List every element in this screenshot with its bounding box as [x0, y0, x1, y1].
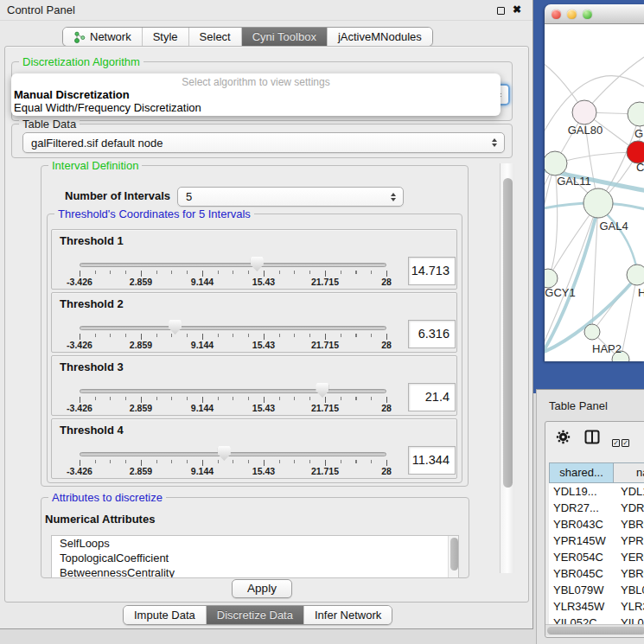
threshold-1-panel: Threshold 1 -3.426 2.859 9.144 15.43 21.…: [51, 229, 457, 290]
threshold-2-slider-thumb[interactable]: [169, 320, 182, 335]
node-hap2[interactable]: [584, 324, 600, 340]
popup-option-equal-width-frequency[interactable]: Equal Width/Frequency Discretization: [14, 101, 201, 114]
attributes-group: Attributes to discretize Numerical Attri…: [41, 497, 469, 578]
node-gal11[interactable]: [545, 151, 567, 175]
table-row[interactable]: YER054CYER0: [549, 549, 644, 565]
node-label: C: [636, 161, 644, 174]
interval-definition-group-title: Interval Definition: [48, 159, 142, 172]
node-h[interactable]: [627, 265, 644, 285]
network-window-titlebar[interactable]: [545, 4, 644, 24]
attributes-list-scrollbar[interactable]: [448, 536, 458, 577]
list-item-topologicalcoefficient[interactable]: TopologicalCoefficient: [52, 551, 458, 565]
tick-label: 21.715: [311, 277, 339, 287]
node-table: YDL19...YDL1 YDR27...YDR2 YBR043CYBR0 YP…: [549, 483, 644, 624]
tick-label: 9.144: [191, 403, 214, 413]
tick-label: -3.426: [67, 466, 92, 476]
tick-label: 21.715: [311, 403, 339, 413]
tab-network[interactable]: Network: [63, 28, 143, 46]
table-row[interactable]: YDR27...YDR2: [549, 500, 644, 516]
node-gcy1[interactable]: [545, 269, 558, 288]
tick-label: 2.859: [130, 466, 152, 476]
attributes-list-scrollbar-thumb[interactable]: [450, 538, 458, 571]
threshold-4-panel: Threshold 4 -3.426 2.859 9.144 15.43 21.…: [51, 418, 457, 479]
close-icon[interactable]: ✖: [513, 3, 521, 16]
table-row[interactable]: YIL052CYIL0: [549, 615, 644, 624]
threshold-4-slider-ticks: [80, 460, 387, 466]
column-header-shared-name[interactable]: shared...: [549, 462, 614, 483]
panel-vertical-scrollbar[interactable]: [500, 163, 514, 573]
list-item-betweennesscentrality[interactable]: BetweennessCentrality: [52, 565, 458, 578]
control-panel-window: Control Panel ✖ Network Style Select Cyn…: [0, 0, 533, 629]
threshold-3-value-field[interactable]: 21.4: [408, 383, 456, 411]
threshold-4-slider-track[interactable]: [80, 452, 386, 456]
table-panel-area: Table Panel ✓✓ shared... nam: [536, 389, 644, 644]
settings-gear-button[interactable]: [556, 430, 571, 448]
tab-infer-network[interactable]: Infer Network: [304, 606, 392, 624]
tick-label: 2.859: [130, 340, 152, 350]
table-horizontal-scrollbar[interactable]: [545, 624, 644, 635]
control-panel-tabs: Network Style Select Cyni Toolbox jActiv…: [62, 27, 433, 47]
table-row[interactable]: YLR345WYLR3: [549, 598, 644, 615]
node-label: GAL80: [568, 124, 603, 137]
threshold-2-value-field[interactable]: 6.316: [408, 320, 456, 348]
apply-button[interactable]: Apply: [232, 579, 292, 598]
network-icon: [73, 31, 86, 43]
threshold-2-slider-track[interactable]: [80, 326, 386, 330]
table-data-combobox[interactable]: galFiltered.sif default node: [22, 132, 505, 153]
node-g[interactable]: [628, 102, 644, 126]
number-of-intervals-combobox[interactable]: 5: [177, 187, 404, 207]
table-row[interactable]: YBL079WYBL0: [549, 582, 644, 598]
tick-label: 21.715: [311, 340, 339, 350]
minimize-traffic-light-icon[interactable]: [567, 10, 577, 19]
table-row[interactable]: YDL19...YDL1: [549, 483, 644, 500]
network-canvas[interactable]: GAL80 G C GAL11 GAL4 GCY1 H HAP2: [545, 24, 644, 361]
tab-discretize-data[interactable]: Discretize Data: [207, 606, 304, 624]
float-window-icon[interactable]: [497, 7, 505, 15]
node-gal80[interactable]: [572, 100, 596, 124]
tick-label: 15.43: [252, 340, 275, 350]
show-columns-button[interactable]: ✓✓: [612, 433, 631, 449]
node-label: HAP2: [592, 342, 622, 355]
tab-style[interactable]: Style: [143, 28, 189, 46]
close-traffic-light-icon[interactable]: [552, 10, 561, 19]
tab-jactivemnodules[interactable]: jActiveMNodules: [328, 28, 432, 46]
zoom-traffic-light-icon[interactable]: [583, 10, 592, 19]
threshold-1-slider-thumb[interactable]: [251, 257, 264, 271]
tick-label: 9.144: [191, 277, 214, 287]
table-row[interactable]: YBR045CYBR0: [549, 565, 644, 582]
tab-impute-data[interactable]: Impute Data: [124, 606, 207, 624]
columns-icon: [584, 430, 600, 444]
threshold-3-slider-thumb[interactable]: [316, 383, 328, 398]
combo-arrows-icon: [492, 138, 497, 147]
node-gal4[interactable]: [583, 188, 613, 218]
table-row[interactable]: YPR145WYPR1: [549, 532, 644, 549]
screen: Control Panel ✖ Network Style Select Cyn…: [0, 0, 644, 644]
tab-cyni-toolbox[interactable]: Cyni Toolbox: [242, 28, 328, 46]
popup-option-manual-discretization[interactable]: Manual Discretization: [14, 88, 130, 101]
tick-label: 28: [381, 403, 392, 413]
threshold-1-value-field[interactable]: 14.713: [408, 257, 456, 285]
table-horizontal-scrollbar-thumb[interactable]: [547, 627, 644, 634]
threshold-4-value-field[interactable]: 11.344: [408, 446, 456, 475]
table-panel-box: ✓✓ shared... name YDL19...YDL1 YDR27...Y…: [545, 421, 644, 638]
panel-vertical-scrollbar-thumb[interactable]: [503, 178, 513, 488]
threshold-4-slider-thumb[interactable]: [218, 446, 231, 461]
list-item-selfloops[interactable]: SelfLoops: [52, 536, 458, 551]
checkbox-icon: ✓: [612, 439, 620, 447]
column-browser-button[interactable]: [584, 430, 600, 448]
number-of-intervals-label: Number of Intervals: [65, 189, 170, 202]
node-label: H: [638, 286, 644, 299]
algorithm-popup-hint: Select algorithm to view settings: [11, 76, 501, 88]
tick-label: 15.43: [252, 466, 275, 476]
tab-select[interactable]: Select: [189, 28, 242, 46]
table-data-group-title: Table Data: [19, 118, 80, 131]
threshold-3-slider-track[interactable]: [80, 389, 386, 393]
gear-icon: [556, 430, 571, 444]
table-data-group: Table Data galFiltered.sif default node: [11, 124, 513, 158]
column-header-name[interactable]: name: [613, 462, 644, 483]
threshold-1-slider-track[interactable]: [80, 263, 386, 267]
thresholds-coordinates-group-title: Threshold's Coordinates for 5 Intervals: [54, 207, 254, 220]
node-label: GAL4: [599, 220, 628, 233]
table-row[interactable]: YBR043CYBR0: [549, 516, 644, 532]
number-of-intervals-value: 5: [186, 190, 192, 203]
